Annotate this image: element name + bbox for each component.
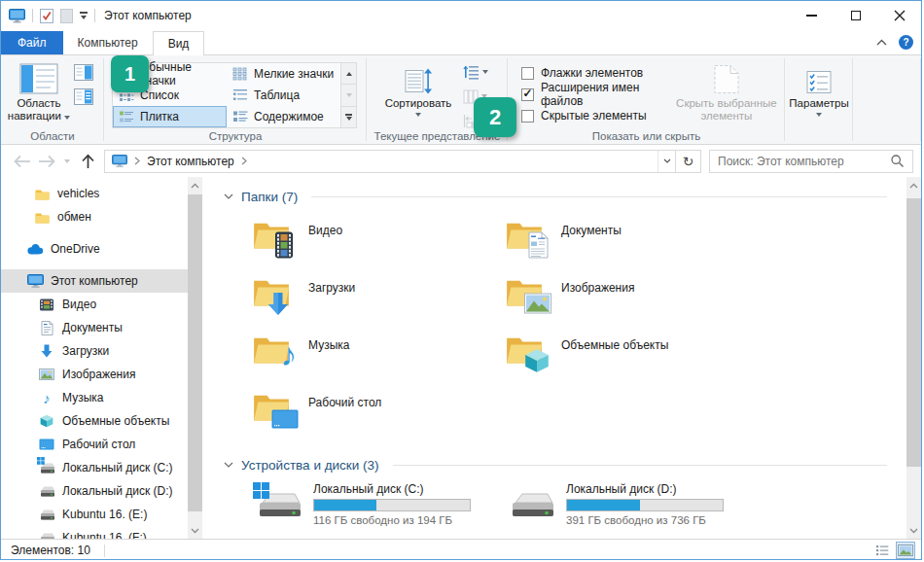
- checkbox-file-extensions[interactable]: Расширения имен файлов: [521, 84, 674, 105]
- scroll-up-icon[interactable]: [188, 177, 202, 193]
- details-view-button[interactable]: [872, 542, 892, 559]
- chevron-right-icon[interactable]: [241, 157, 247, 165]
- forward-button[interactable]: [34, 150, 59, 173]
- options-label: Параметры: [789, 97, 848, 110]
- checkbox-hidden-items[interactable]: Скрытые элементы: [521, 105, 674, 126]
- preview-pane-button[interactable]: [71, 61, 96, 83]
- collapse-ribbon-icon[interactable]: [876, 39, 887, 46]
- drive-tile-d[interactable]: Локальный диск (D:) 391 ГБ свободно из 7…: [506, 481, 759, 539]
- properties-icon[interactable]: [40, 9, 53, 23]
- refresh-icon[interactable]: ↻: [676, 150, 701, 173]
- folder-tile-downloads[interactable]: Загрузки: [253, 272, 506, 330]
- gallery-scroll-down[interactable]: [341, 85, 356, 106]
- section-title: Устройства и диски (3): [241, 458, 379, 473]
- up-button[interactable]: [75, 150, 100, 173]
- checkbox-label: Скрытые элементы: [541, 109, 647, 123]
- sidebar-item-pictures[interactable]: Изображения: [1, 363, 202, 386]
- folder-tile-documents[interactable]: Документы: [506, 215, 759, 272]
- gallery-scroll-up[interactable]: [341, 63, 356, 85]
- scroll-up-icon[interactable]: [906, 177, 921, 193]
- main-scrollbar[interactable]: [906, 177, 921, 539]
- thumbnail-view-button[interactable]: [896, 542, 915, 559]
- close-button[interactable]: [877, 1, 921, 30]
- drive-icon: [38, 509, 55, 521]
- computer-icon: [9, 9, 25, 23]
- section-folders[interactable]: Папки (7): [224, 187, 906, 206]
- sidebar-item-obmen[interactable]: обмен: [1, 205, 202, 228]
- minimize-button[interactable]: [790, 1, 834, 30]
- scroll-thumb[interactable]: [906, 198, 921, 467]
- recent-locations-button[interactable]: [59, 150, 75, 173]
- folder-tile-pictures[interactable]: Изображения: [506, 272, 759, 330]
- tab-file[interactable]: Файл: [1, 31, 63, 54]
- sidebar-item-music[interactable]: ♪ Музыка: [1, 386, 202, 409]
- annotation-badge-2: 2: [474, 97, 516, 137]
- maximize-button[interactable]: [834, 1, 877, 30]
- layout-option-tiles[interactable]: Плитка: [113, 106, 227, 127]
- capacity-bar-fill: [567, 500, 640, 510]
- search-icon[interactable]: [882, 154, 912, 168]
- hide-selected-button[interactable]: Скрыть выбранные элементы: [674, 55, 779, 123]
- search-box[interactable]: [709, 150, 913, 173]
- layout-option-details[interactable]: Таблица: [227, 85, 340, 106]
- checkbox-label: Расширения имен файлов: [541, 81, 674, 108]
- address-box[interactable]: Этот компьютер: [104, 150, 676, 173]
- ribbon-group-options: Параметры: [785, 55, 853, 144]
- help-icon[interactable]: ?: [899, 35, 913, 50]
- sidebar-item-documents[interactable]: Документы: [1, 316, 202, 339]
- group-by-button[interactable]: [460, 61, 491, 83]
- sidebar-item-3d-objects[interactable]: Объемные объекты: [1, 409, 202, 433]
- tab-view[interactable]: Вид: [153, 31, 205, 55]
- checkbox[interactable]: [521, 110, 534, 123]
- music-note-icon: ♪: [281, 338, 298, 370]
- folder-tile-videos[interactable]: Видео: [253, 215, 506, 272]
- sidebar-item-disk-f[interactable]: Kubuntu 16. (F:): [1, 526, 202, 539]
- video-icon: [38, 299, 55, 311]
- sidebar-item-onedrive[interactable]: OneDrive: [1, 237, 202, 261]
- sidebar-item-downloads[interactable]: Загрузки: [1, 339, 202, 363]
- sidebar-item-disk-d[interactable]: Локальный диск (D:): [1, 479, 202, 503]
- tab-computer[interactable]: Компьютер: [63, 31, 153, 54]
- checkbox[interactable]: [521, 67, 534, 80]
- scroll-down-icon[interactable]: [188, 522, 202, 539]
- customize-toolbar-icon[interactable]: [80, 12, 88, 19]
- breadcrumb: Этот компьютер: [105, 151, 254, 172]
- section-devices[interactable]: Устройства и диски (3): [224, 455, 906, 474]
- annotation-badge-1: 1: [111, 55, 149, 92]
- scroll-down-icon[interactable]: [906, 522, 921, 539]
- gallery-more-button[interactable]: [341, 107, 356, 127]
- back-button[interactable]: [9, 150, 34, 173]
- desktop-icon: [38, 439, 55, 450]
- sidebar-item-videos[interactable]: Видео: [1, 293, 202, 316]
- navigation-pane-label: Область навигации: [8, 97, 61, 122]
- sidebar-item-desktop[interactable]: Рабочий стол: [1, 433, 202, 456]
- sidebar-item-disk-c[interactable]: Локальный диск (C:): [1, 456, 202, 479]
- address-history-button[interactable]: [657, 151, 675, 172]
- sidebar-item-this-pc[interactable]: Этот компьютер: [1, 269, 202, 293]
- folder-tile-3d-objects[interactable]: Объемные объекты: [506, 330, 759, 387]
- checkbox[interactable]: [521, 88, 534, 101]
- music-icon: ♪: [38, 391, 55, 405]
- computer-icon: [112, 155, 127, 167]
- divider: [32, 9, 33, 22]
- group-label: Показать или скрыть: [508, 130, 785, 142]
- cube-icon: [38, 414, 55, 428]
- search-input[interactable]: [710, 155, 882, 168]
- details-pane-button[interactable]: [71, 86, 96, 107]
- sidebar-item-disk-e[interactable]: Kubuntu 16. (E:): [1, 503, 202, 526]
- new-folder-icon[interactable]: [60, 9, 73, 23]
- drive-tile-c[interactable]: Локальный диск (C:) 116 ГБ свободно из 1…: [253, 481, 506, 539]
- options-button[interactable]: Параметры: [787, 55, 851, 117]
- folder-tile-music[interactable]: ♪ Музыка: [253, 330, 506, 387]
- sidebar-scrollbar[interactable]: [188, 177, 202, 539]
- sidebar-item-vehicles[interactable]: vehicles: [1, 182, 202, 205]
- folder-tile-desktop[interactable]: Рабочий стол: [253, 387, 506, 444]
- scroll-thumb[interactable]: [188, 194, 202, 511]
- computer-icon: [26, 274, 44, 288]
- sort-by-button[interactable]: Сортировать: [376, 55, 460, 117]
- breadcrumb-root[interactable]: Этот компьютер: [147, 155, 234, 168]
- ribbon-tabstrip: Файл Компьютер Вид ?: [1, 30, 921, 55]
- layout-option-small-icons[interactable]: Мелкие значки: [227, 63, 340, 85]
- layout-option-content[interactable]: Содержимое: [227, 106, 340, 127]
- navigation-pane-button[interactable]: Область навигации: [7, 55, 71, 123]
